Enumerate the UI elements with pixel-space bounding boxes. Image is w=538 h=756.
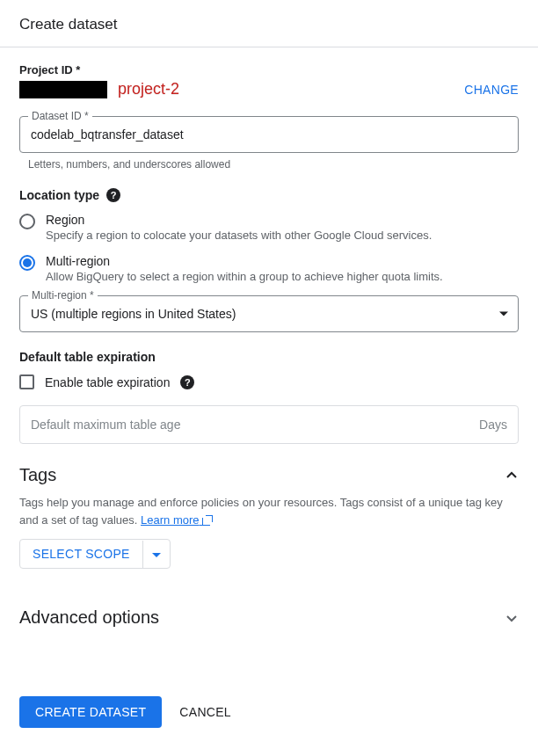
select-scope-button[interactable]: SELECT SCOPE	[20, 540, 142, 568]
dialog-title: Create dataset	[19, 16, 519, 33]
radio-multiregion-title: Multi-region	[46, 254, 519, 268]
radio-multiregion-desc: Allow BigQuery to select a region within…	[46, 270, 519, 283]
expiration-checkbox-row[interactable]: Enable table expiration ?	[19, 374, 519, 389]
radio-region-title: Region	[46, 213, 519, 227]
chevron-up-icon	[505, 469, 519, 483]
tags-title: Tags	[19, 465, 56, 485]
max-table-age-input: Default maximum table age Days	[19, 405, 519, 444]
help-icon[interactable]: ?	[106, 188, 120, 202]
dialog-header: Create dataset	[0, 0, 538, 47]
project-id-section: Project ID * project-2 CHANGE	[19, 63, 519, 98]
advanced-options-header[interactable]: Advanced options	[19, 607, 519, 628]
radio-option-region[interactable]: Region Specify a region to colocate your…	[19, 213, 519, 242]
select-scope-dropdown[interactable]	[142, 541, 170, 568]
chevron-down-icon	[505, 611, 519, 625]
location-type-label: Location type ?	[19, 188, 519, 202]
expiration-checkbox[interactable]	[19, 374, 34, 389]
radio-region-input[interactable]	[19, 214, 35, 229]
project-id-redacted	[19, 81, 107, 98]
learn-more-link[interactable]: Learn more	[141, 513, 213, 527]
help-icon[interactable]: ?	[180, 375, 194, 389]
expiration-checkbox-label: Enable table expiration	[45, 375, 170, 389]
max-table-age-placeholder: Default maximum table age	[31, 418, 180, 432]
dataset-id-input[interactable]	[19, 116, 519, 153]
multiregion-label: Multi-region *	[28, 289, 98, 302]
external-link-icon	[202, 515, 213, 526]
max-table-age-unit: Days	[479, 418, 507, 432]
multiregion-select-wrap: Multi-region * US (multiple regions in U…	[19, 295, 519, 332]
change-project-button[interactable]: CHANGE	[464, 83, 519, 97]
dataset-id-field: Dataset ID *	[19, 116, 519, 153]
advanced-options-title: Advanced options	[19, 607, 159, 628]
radio-region-desc: Specify a region to colocate your datase…	[46, 229, 519, 242]
radio-multiregion-input[interactable]	[19, 255, 35, 271]
tags-section-header[interactable]: Tags	[19, 465, 519, 485]
expiration-heading: Default table expiration	[19, 350, 519, 364]
cancel-button[interactable]: CANCEL	[172, 696, 238, 728]
caret-down-icon	[152, 553, 161, 558]
tags-description: Tags help you manage and enforce policie…	[19, 494, 519, 528]
dataset-id-label: Dataset ID *	[28, 110, 92, 122]
dialog-footer: CREATE DATASET CANCEL	[0, 696, 538, 747]
dataset-id-helper: Letters, numbers, and underscores allowe…	[28, 158, 519, 171]
project-name: project-2	[118, 80, 179, 98]
select-scope-button-group: SELECT SCOPE	[19, 539, 171, 569]
project-id-label: Project ID *	[19, 63, 519, 76]
radio-option-multiregion[interactable]: Multi-region Allow BigQuery to select a …	[19, 254, 519, 283]
create-dataset-button[interactable]: CREATE DATASET	[19, 696, 162, 728]
